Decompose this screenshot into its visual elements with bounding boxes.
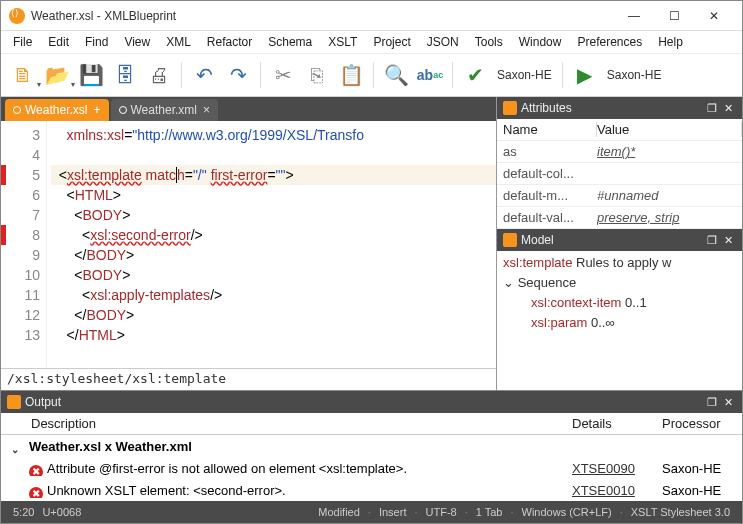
attribute-row[interactable]: asitem()* (497, 141, 742, 163)
menu-tools[interactable]: Tools (467, 33, 511, 51)
status-encoding: UTF-8 (422, 506, 461, 518)
tab-add-icon[interactable]: + (93, 103, 100, 117)
code-editor[interactable]: 345678910111213 xmlns:xsl="http://www.w3… (1, 121, 496, 368)
validate-button[interactable]: ✔ (459, 59, 491, 91)
output-icon (7, 395, 21, 409)
close-button[interactable]: ✕ (694, 2, 734, 30)
editor-tab[interactable]: Weather.xml× (111, 99, 218, 121)
line-gutter: 345678910111213 (1, 121, 47, 368)
menu-bar: FileEditFindViewXMLRefactorSchemaXSLTPro… (1, 31, 742, 53)
maximize-button[interactable]: ☐ (654, 2, 694, 30)
replace-button[interactable]: abac (414, 59, 446, 91)
output-table[interactable]: Description Details Processor ⌄Weather.x… (1, 413, 742, 501)
menu-xslt[interactable]: XSLT (320, 33, 365, 51)
menu-view[interactable]: View (116, 33, 158, 51)
editor-tab[interactable]: Weather.xsl+ (5, 99, 109, 121)
redo-button[interactable]: ↷ (222, 59, 254, 91)
status-pos: 5:20 (9, 506, 38, 518)
menu-preferences[interactable]: Preferences (569, 33, 650, 51)
panel-undock-icon[interactable]: ❐ (704, 102, 720, 115)
status-tab: 1 Tab (472, 506, 507, 518)
error-icon: ✖ (29, 465, 43, 476)
window-title: Weather.xsl - XMLBlueprint (31, 9, 614, 23)
attr-col-value: Value (597, 122, 742, 137)
menu-find[interactable]: Find (77, 33, 116, 51)
new-button[interactable]: 🗎▾ (7, 59, 39, 91)
tab-label: Weather.xsl (25, 103, 87, 117)
attribute-row[interactable]: default-m...#unnamed (497, 185, 742, 207)
menu-schema[interactable]: Schema (260, 33, 320, 51)
panel-close-icon[interactable]: ✕ (720, 234, 736, 247)
minimize-button[interactable]: — (614, 2, 654, 30)
caret-down-icon[interactable]: ⌄ (503, 275, 514, 290)
menu-xml[interactable]: XML (158, 33, 199, 51)
toolbar: 🗎▾ 📂▾ 💾 🗄 🖨 ↶ ↷ ✂ ⎘ 📋 🔍 abac ✔ Saxon-HE … (1, 53, 742, 97)
xpath-breadcrumb[interactable]: /xsl:stylesheet/xsl:template (1, 368, 496, 390)
tab-label: Weather.xml (131, 103, 197, 117)
file-indicator (119, 106, 127, 114)
editor-tabs: Weather.xsl+Weather.xml× (1, 97, 496, 121)
attributes-panel-header[interactable]: Attributes ❐ ✕ (497, 97, 742, 119)
model-panel-header[interactable]: Model ❐ ✕ (497, 229, 742, 251)
menu-window[interactable]: Window (511, 33, 570, 51)
model-title: Model (521, 233, 554, 247)
paste-button[interactable]: 📋 (335, 59, 367, 91)
attributes-table[interactable]: Name Value asitem()*default-col...defaul… (497, 119, 742, 229)
status-modified: Modified (314, 506, 364, 518)
panel-close-icon[interactable]: ✕ (720, 396, 736, 409)
error-icon: ✖ (29, 487, 43, 498)
menu-file[interactable]: File (5, 33, 40, 51)
output-error-row[interactable]: ✖Unknown XSLT element: <second-error>.XT… (1, 479, 742, 501)
save-button[interactable]: 💾 (75, 59, 107, 91)
attribute-row[interactable]: default-val...preserve, strip (497, 207, 742, 229)
output-title: Output (25, 395, 61, 409)
model-tree[interactable]: xsl:template Rules to apply w ⌄ Sequence… (497, 251, 742, 390)
tab-close-icon[interactable]: × (203, 103, 210, 117)
status-bar: 5:20 U+0068 Modified· Insert· UTF-8· 1 T… (1, 501, 742, 523)
status-char: U+0068 (38, 506, 85, 518)
output-error-row[interactable]: ✖Attribute @first-error is not allowed o… (1, 457, 742, 479)
out-col-proc: Processor (662, 416, 742, 431)
menu-json[interactable]: JSON (419, 33, 467, 51)
print-button[interactable]: 🖨 (143, 59, 175, 91)
model-item[interactable]: xsl:context-item 0..1 (503, 295, 736, 315)
attributes-icon (503, 101, 517, 115)
app-icon (9, 8, 25, 24)
model-item[interactable]: xsl:param 0..∞ (503, 315, 736, 335)
status-eol: Windows (CR+LF) (518, 506, 616, 518)
attributes-title: Attributes (521, 101, 572, 115)
validate-engine-label[interactable]: Saxon-HE (493, 68, 556, 82)
title-bar: Weather.xsl - XMLBlueprint — ☐ ✕ (1, 1, 742, 31)
dirty-indicator (13, 106, 21, 114)
attr-col-name: Name (497, 122, 597, 137)
out-col-det: Details (572, 416, 662, 431)
menu-help[interactable]: Help (650, 33, 691, 51)
status-version: XSLT Stylesheet 3.0 (627, 506, 734, 518)
undo-button[interactable]: ↶ (188, 59, 220, 91)
caret-down-icon[interactable]: ⌄ (11, 444, 19, 454)
run-engine-label[interactable]: Saxon-HE (603, 68, 666, 82)
find-button[interactable]: 🔍 (380, 59, 412, 91)
code-area[interactable]: xmlns:xsl="http://www.w3.org/1999/XSL/Tr… (47, 121, 496, 368)
panel-undock-icon[interactable]: ❐ (704, 234, 720, 247)
output-panel-header[interactable]: Output ❐ ✕ (1, 391, 742, 413)
open-button[interactable]: 📂▾ (41, 59, 73, 91)
status-insert: Insert (375, 506, 411, 518)
menu-project[interactable]: Project (365, 33, 418, 51)
out-col-desc: Description (1, 416, 572, 431)
save-all-button[interactable]: 🗄 (109, 59, 141, 91)
copy-button[interactable]: ⎘ (301, 59, 333, 91)
menu-edit[interactable]: Edit (40, 33, 77, 51)
attribute-row[interactable]: default-col... (497, 163, 742, 185)
panel-close-icon[interactable]: ✕ (720, 102, 736, 115)
cut-button[interactable]: ✂ (267, 59, 299, 91)
menu-refactor[interactable]: Refactor (199, 33, 260, 51)
model-icon (503, 233, 517, 247)
run-button[interactable]: ▶ (569, 59, 601, 91)
panel-undock-icon[interactable]: ❐ (704, 396, 720, 409)
